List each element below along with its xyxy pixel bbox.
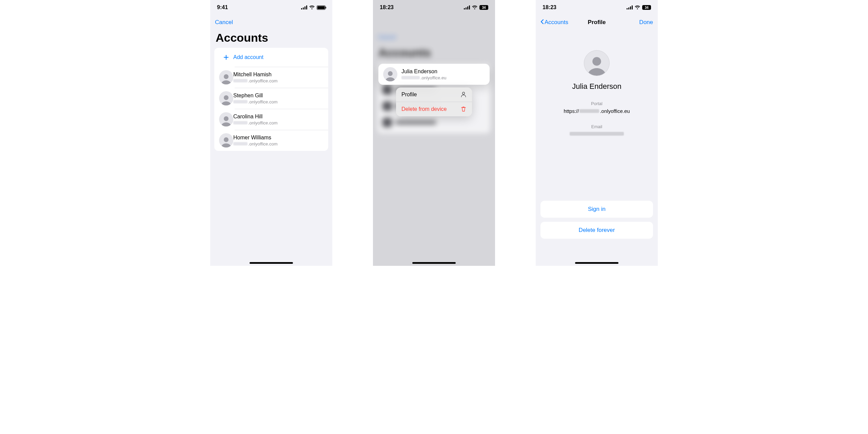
account-name: Stephen Gill bbox=[233, 93, 277, 99]
screen-context-menu: 18:23 34 Cancel Accounts + Julia Enderso… bbox=[373, 0, 495, 266]
nav-bar: Accounts Profile Done bbox=[536, 15, 658, 30]
status-time: 18:23 bbox=[542, 4, 556, 11]
email-value-redacted bbox=[570, 132, 624, 136]
status-time: 18:23 bbox=[380, 4, 394, 11]
account-row[interactable]: Carolina Hill .onlyoffice.com bbox=[214, 109, 328, 130]
signal-icon bbox=[627, 5, 633, 9]
nav-title: Profile bbox=[588, 19, 606, 26]
email-label: Email bbox=[591, 124, 603, 129]
status-bar: 18:23 34 bbox=[373, 0, 495, 15]
avatar bbox=[219, 91, 233, 105]
status-bar: 18:23 34 bbox=[536, 0, 658, 15]
add-account-label: Add account bbox=[233, 54, 263, 60]
portal-label: Portal bbox=[591, 101, 603, 106]
selected-account-domain: .onlyoffice.eu bbox=[401, 75, 446, 80]
battery-badge-icon: 34 bbox=[479, 5, 488, 10]
trash-icon bbox=[460, 106, 467, 112]
signal-icon bbox=[301, 5, 307, 9]
nav-bar: Cancel bbox=[210, 15, 332, 30]
user-icon bbox=[460, 92, 467, 98]
status-icons bbox=[301, 5, 326, 10]
menu-label: Delete from device bbox=[401, 106, 447, 112]
delete-forever-button[interactable]: Delete forever bbox=[540, 222, 653, 239]
battery-full-icon bbox=[317, 5, 326, 10]
menu-label: Profile bbox=[401, 92, 417, 98]
avatar bbox=[219, 70, 233, 84]
selected-account-card[interactable]: Julia Enderson .onlyoffice.eu bbox=[378, 64, 490, 85]
account-domain: .onlyoffice.com bbox=[233, 99, 277, 104]
accounts-card: + Add account Mitchell Hamish .onlyoffic… bbox=[214, 48, 328, 151]
account-domain: .onlyoffice.com bbox=[233, 78, 277, 83]
portal-value: https:// .onlyoffice.eu bbox=[564, 108, 630, 114]
chevron-left-icon bbox=[540, 19, 544, 26]
account-row[interactable]: Homer Williams .onlyoffice.com bbox=[214, 130, 328, 151]
blurred-background: 18:23 34 Cancel Accounts + bbox=[373, 0, 495, 266]
avatar-large bbox=[584, 50, 610, 76]
home-indicator[interactable] bbox=[412, 262, 456, 264]
context-menu: Profile Delete from device bbox=[396, 87, 472, 116]
account-name: Mitchell Hamish bbox=[233, 72, 277, 78]
home-indicator[interactable] bbox=[250, 262, 293, 264]
profile-name: Julia Enderson bbox=[572, 82, 622, 91]
signal-icon bbox=[464, 5, 470, 9]
selected-account-name: Julia Enderson bbox=[401, 68, 446, 75]
status-time: 9:41 bbox=[217, 4, 228, 11]
sign-in-button[interactable]: Sign in bbox=[540, 201, 653, 218]
back-button[interactable]: Accounts bbox=[540, 19, 568, 26]
wifi-icon bbox=[309, 5, 315, 9]
wifi-icon bbox=[635, 5, 640, 9]
avatar bbox=[383, 67, 397, 81]
avatar bbox=[219, 112, 233, 126]
status-icons: 34 bbox=[627, 5, 651, 10]
done-button[interactable]: Done bbox=[639, 19, 653, 26]
status-bar: 9:41 bbox=[210, 0, 332, 15]
account-name: Carolina Hill bbox=[233, 114, 277, 120]
screen-accounts-list: 9:41 Cancel Accounts + Add account Mitch… bbox=[210, 0, 332, 266]
cancel-button[interactable]: Cancel bbox=[215, 19, 233, 26]
menu-item-profile[interactable]: Profile bbox=[396, 87, 472, 102]
account-row[interactable]: Mitchell Hamish .onlyoffice.com bbox=[214, 67, 328, 88]
back-label: Accounts bbox=[545, 19, 568, 26]
account-row[interactable]: Stephen Gill .onlyoffice.com bbox=[214, 88, 328, 109]
profile-actions: Sign in Delete forever bbox=[540, 201, 653, 239]
page-title: Accounts bbox=[210, 30, 332, 48]
account-name: Homer Williams bbox=[233, 135, 277, 141]
home-indicator[interactable] bbox=[575, 262, 618, 264]
menu-item-delete[interactable]: Delete from device bbox=[396, 102, 472, 116]
account-domain: .onlyoffice.com bbox=[233, 141, 277, 146]
plus-icon: + bbox=[223, 52, 229, 63]
status-icons: 34 bbox=[464, 5, 488, 10]
add-account-row[interactable]: + Add account bbox=[214, 48, 328, 67]
account-domain: .onlyoffice.com bbox=[233, 120, 277, 125]
battery-badge-icon: 34 bbox=[642, 5, 651, 10]
wifi-icon bbox=[472, 5, 477, 9]
avatar bbox=[219, 133, 233, 147]
screen-profile: 18:23 34 Accounts Profile Done Julia End… bbox=[536, 0, 658, 266]
